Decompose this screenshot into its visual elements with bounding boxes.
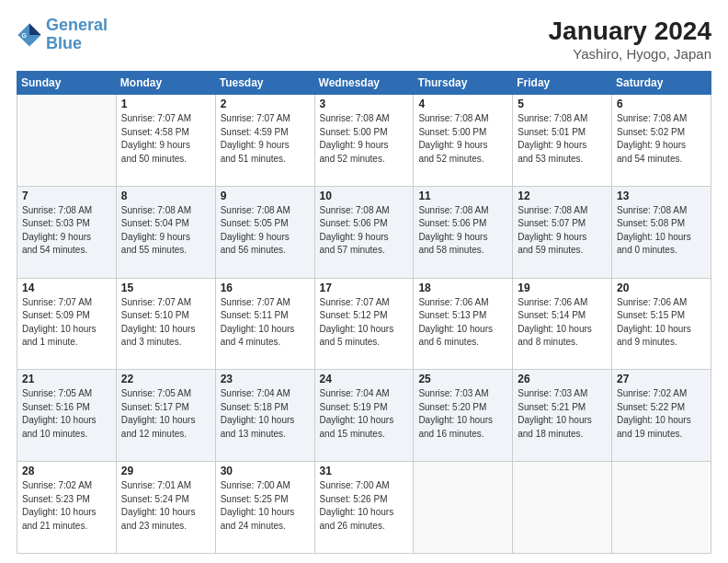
page-title: January 2024 — [549, 17, 711, 46]
day-info: Sunrise: 7:02 AM Sunset: 5:23 PM Dayligh… — [22, 479, 111, 533]
day-info: Sunrise: 7:05 AM Sunset: 5:16 PM Dayligh… — [22, 387, 111, 441]
calendar-week-row: 21Sunrise: 7:05 AM Sunset: 5:16 PM Dayli… — [17, 370, 711, 462]
calendar-day-cell: 5Sunrise: 7:08 AM Sunset: 5:01 PM Daylig… — [513, 95, 612, 187]
day-number: 25 — [418, 373, 507, 385]
day-number: 13 — [617, 190, 706, 202]
day-info: Sunrise: 7:07 AM Sunset: 4:58 PM Dayligh… — [121, 112, 210, 166]
page: G General Blue January 2024 Yashiro, Hyo… — [0, 0, 728, 563]
logo-icon: G — [17, 22, 42, 48]
day-number: 10 — [320, 190, 409, 202]
day-number: 14 — [22, 282, 111, 294]
day-info: Sunrise: 7:08 AM Sunset: 5:00 PM Dayligh… — [418, 112, 507, 166]
day-number: 30 — [221, 465, 310, 477]
title-block: January 2024 Yashiro, Hyogo, Japan — [549, 17, 711, 62]
calendar-day-cell: 29Sunrise: 7:01 AM Sunset: 5:24 PM Dayli… — [116, 462, 215, 554]
logo: G General Blue — [17, 17, 108, 53]
day-number: 17 — [320, 282, 409, 294]
calendar-table: SundayMondayTuesdayWednesdayThursdayFrid… — [17, 71, 711, 554]
calendar-day-cell: 16Sunrise: 7:07 AM Sunset: 5:11 PM Dayli… — [215, 278, 314, 370]
calendar-day-cell: 23Sunrise: 7:04 AM Sunset: 5:18 PM Dayli… — [215, 370, 314, 462]
calendar-day-cell: 21Sunrise: 7:05 AM Sunset: 5:16 PM Dayli… — [17, 370, 117, 462]
day-info: Sunrise: 7:00 AM Sunset: 5:25 PM Dayligh… — [221, 479, 310, 533]
day-info: Sunrise: 7:06 AM Sunset: 5:15 PM Dayligh… — [617, 296, 706, 350]
day-number: 16 — [221, 282, 310, 294]
calendar-day-cell: 24Sunrise: 7:04 AM Sunset: 5:19 PM Dayli… — [314, 370, 414, 462]
day-number: 12 — [518, 190, 607, 202]
calendar-week-row: 14Sunrise: 7:07 AM Sunset: 5:09 PM Dayli… — [17, 278, 711, 370]
day-info: Sunrise: 7:07 AM Sunset: 4:59 PM Dayligh… — [221, 112, 310, 166]
day-info: Sunrise: 7:07 AM Sunset: 5:12 PM Dayligh… — [320, 296, 409, 350]
calendar-day-cell: 22Sunrise: 7:05 AM Sunset: 5:17 PM Dayli… — [116, 370, 215, 462]
day-number: 27 — [617, 373, 706, 385]
day-number: 11 — [418, 190, 507, 202]
page-subtitle: Yashiro, Hyogo, Japan — [549, 46, 711, 62]
day-info: Sunrise: 7:08 AM Sunset: 5:05 PM Dayligh… — [221, 204, 310, 258]
day-info: Sunrise: 7:08 AM Sunset: 5:06 PM Dayligh… — [320, 204, 409, 258]
day-info: Sunrise: 7:03 AM Sunset: 5:21 PM Dayligh… — [518, 387, 607, 441]
calendar-header-row: SundayMondayTuesdayWednesdayThursdayFrid… — [17, 72, 711, 95]
day-info: Sunrise: 7:04 AM Sunset: 5:19 PM Dayligh… — [320, 387, 409, 441]
calendar-week-row: 7Sunrise: 7:08 AM Sunset: 5:03 PM Daylig… — [17, 186, 711, 278]
day-number: 28 — [22, 465, 111, 477]
day-number: 15 — [121, 282, 210, 294]
day-number: 21 — [22, 373, 111, 385]
calendar-day-cell: 4Sunrise: 7:08 AM Sunset: 5:00 PM Daylig… — [414, 95, 513, 187]
day-number: 24 — [320, 373, 409, 385]
day-number: 26 — [518, 373, 607, 385]
day-info: Sunrise: 7:07 AM Sunset: 5:11 PM Dayligh… — [221, 296, 310, 350]
day-info: Sunrise: 7:01 AM Sunset: 5:24 PM Dayligh… — [121, 479, 210, 533]
day-number: 23 — [221, 373, 310, 385]
day-info: Sunrise: 7:04 AM Sunset: 5:18 PM Dayligh… — [221, 387, 310, 441]
day-info: Sunrise: 7:08 AM Sunset: 5:08 PM Dayligh… — [617, 204, 706, 258]
day-info: Sunrise: 7:05 AM Sunset: 5:17 PM Dayligh… — [121, 387, 210, 441]
weekday-header: Wednesday — [314, 72, 414, 95]
calendar-day-cell: 1Sunrise: 7:07 AM Sunset: 4:58 PM Daylig… — [116, 95, 215, 187]
calendar-day-cell — [612, 462, 711, 554]
calendar-day-cell: 12Sunrise: 7:08 AM Sunset: 5:07 PM Dayli… — [513, 186, 612, 278]
weekday-header: Monday — [116, 72, 215, 95]
calendar-day-cell: 17Sunrise: 7:07 AM Sunset: 5:12 PM Dayli… — [314, 278, 414, 370]
day-number: 3 — [320, 98, 409, 110]
calendar-day-cell: 8Sunrise: 7:08 AM Sunset: 5:04 PM Daylig… — [116, 186, 215, 278]
calendar-day-cell — [513, 462, 612, 554]
calendar-day-cell: 27Sunrise: 7:02 AM Sunset: 5:22 PM Dayli… — [612, 370, 711, 462]
weekday-header: Thursday — [414, 72, 513, 95]
day-info: Sunrise: 7:08 AM Sunset: 5:06 PM Dayligh… — [418, 204, 507, 258]
calendar-day-cell: 15Sunrise: 7:07 AM Sunset: 5:10 PM Dayli… — [116, 278, 215, 370]
day-info: Sunrise: 7:08 AM Sunset: 5:00 PM Dayligh… — [320, 112, 409, 166]
day-info: Sunrise: 7:07 AM Sunset: 5:10 PM Dayligh… — [121, 296, 210, 350]
day-number: 22 — [121, 373, 210, 385]
day-info: Sunrise: 7:08 AM Sunset: 5:07 PM Dayligh… — [518, 204, 607, 258]
day-info: Sunrise: 7:08 AM Sunset: 5:01 PM Dayligh… — [518, 112, 607, 166]
weekday-header: Tuesday — [215, 72, 314, 95]
day-number: 19 — [518, 282, 607, 294]
header: G General Blue January 2024 Yashiro, Hyo… — [17, 17, 711, 62]
calendar-day-cell: 18Sunrise: 7:06 AM Sunset: 5:13 PM Dayli… — [414, 278, 513, 370]
day-info: Sunrise: 7:06 AM Sunset: 5:13 PM Dayligh… — [418, 296, 507, 350]
calendar-day-cell: 13Sunrise: 7:08 AM Sunset: 5:08 PM Dayli… — [612, 186, 711, 278]
day-info: Sunrise: 7:00 AM Sunset: 5:26 PM Dayligh… — [320, 479, 409, 533]
weekday-header: Saturday — [612, 72, 711, 95]
calendar-day-cell: 11Sunrise: 7:08 AM Sunset: 5:06 PM Dayli… — [414, 186, 513, 278]
day-number: 4 — [418, 98, 507, 110]
calendar-day-cell: 31Sunrise: 7:00 AM Sunset: 5:26 PM Dayli… — [314, 462, 414, 554]
weekday-header: Sunday — [17, 72, 117, 95]
day-info: Sunrise: 7:08 AM Sunset: 5:03 PM Dayligh… — [22, 204, 111, 258]
day-number: 2 — [221, 98, 310, 110]
logo-text: General Blue — [46, 17, 108, 53]
day-info: Sunrise: 7:02 AM Sunset: 5:22 PM Dayligh… — [617, 387, 706, 441]
svg-marker-1 — [29, 23, 41, 35]
day-number: 9 — [221, 190, 310, 202]
calendar-week-row: 28Sunrise: 7:02 AM Sunset: 5:23 PM Dayli… — [17, 462, 711, 554]
calendar-day-cell: 25Sunrise: 7:03 AM Sunset: 5:20 PM Dayli… — [414, 370, 513, 462]
day-number: 31 — [320, 465, 409, 477]
calendar-day-cell: 14Sunrise: 7:07 AM Sunset: 5:09 PM Dayli… — [17, 278, 117, 370]
calendar-week-row: 1Sunrise: 7:07 AM Sunset: 4:58 PM Daylig… — [17, 95, 711, 187]
calendar-day-cell: 30Sunrise: 7:00 AM Sunset: 5:25 PM Dayli… — [215, 462, 314, 554]
day-info: Sunrise: 7:08 AM Sunset: 5:04 PM Dayligh… — [121, 204, 210, 258]
calendar-day-cell: 28Sunrise: 7:02 AM Sunset: 5:23 PM Dayli… — [17, 462, 117, 554]
calendar-day-cell: 9Sunrise: 7:08 AM Sunset: 5:05 PM Daylig… — [215, 186, 314, 278]
calendar-day-cell: 6Sunrise: 7:08 AM Sunset: 5:02 PM Daylig… — [612, 95, 711, 187]
day-number: 5 — [518, 98, 607, 110]
calendar-day-cell — [414, 462, 513, 554]
